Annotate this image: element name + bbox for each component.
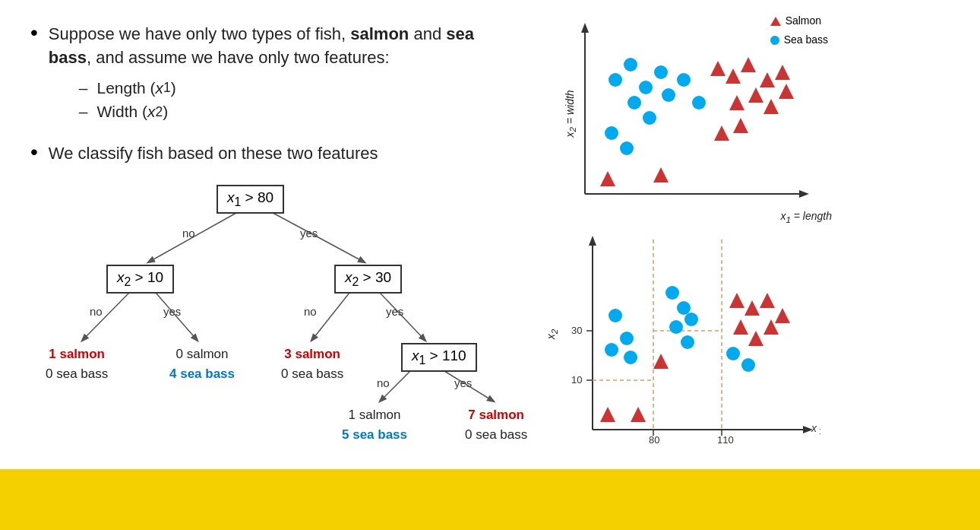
svg-marker-35 (600, 171, 615, 186)
sub-bullets: Length (x1) Width (x2) (79, 76, 509, 124)
svg-text:10: 10 (571, 374, 582, 386)
bullet-text-2: We classify fish based on these two feat… (49, 142, 378, 166)
svg-marker-70 (775, 308, 790, 323)
leaf5-seabass: 0 sea bass (465, 425, 527, 445)
root-node: x1 > 80 (217, 185, 284, 214)
leaf-4: 1 salmon 5 sea bass (342, 405, 407, 444)
svg-point-58 (624, 351, 637, 364)
svg-point-61 (684, 313, 698, 326)
svg-point-22 (620, 141, 634, 155)
svg-marker-28 (729, 95, 744, 110)
svg-point-14 (639, 81, 653, 94)
edge-label-yes2: yes (163, 305, 181, 318)
svg-point-16 (628, 96, 641, 109)
svg-marker-67 (729, 293, 744, 308)
decision-tree: x1 > 80 x2 > 10 x2 > 30 x1 > 110 no yes … (30, 177, 532, 428)
svg-marker-29 (748, 87, 763, 103)
svg-marker-64 (600, 407, 615, 422)
svg-marker-27 (775, 65, 790, 80)
edge-label-yes1: yes (300, 227, 318, 240)
svg-point-20 (692, 96, 706, 109)
chart2-y-label: x2 (545, 329, 559, 339)
svg-marker-32 (714, 125, 729, 141)
svg-marker-39 (589, 236, 596, 246)
svg-marker-71 (733, 319, 748, 335)
svg-marker-23 (710, 61, 726, 76)
svg-text:x: x (811, 422, 817, 434)
svg-marker-30 (763, 99, 779, 114)
leaf-3: 3 salmon 0 sea bass (281, 344, 343, 383)
svg-text:110: 110 (717, 434, 734, 446)
svg-marker-36 (653, 167, 669, 182)
svg-point-12 (609, 73, 622, 87)
svg-text:80: 80 (649, 434, 659, 446)
chart1-container: Salmon Sea bass x2 = width (547, 8, 836, 228)
svg-marker-25 (741, 57, 756, 72)
leaf-5: 7 salmon 0 sea bass (465, 405, 527, 444)
edge-label-yes4: yes (454, 376, 472, 389)
leaf-2: 0 salmon 4 sea bass (169, 344, 235, 383)
edge-label-no3: no (304, 305, 317, 318)
tree-svg (30, 177, 532, 428)
svg-point-60 (677, 301, 691, 315)
sub-bullet-length: Length (x1) (79, 76, 509, 100)
edge-label-no1: no (182, 227, 195, 240)
svg-marker-65 (631, 407, 646, 422)
svg-point-18 (662, 88, 675, 102)
left-child-node: x2 > 10 (106, 265, 174, 294)
leaf1-seabass: 0 sea bass (46, 364, 108, 384)
chart2-container: x2 (547, 228, 836, 464)
svg-point-63 (681, 335, 694, 349)
svg-text:1: 1 (819, 427, 820, 436)
svg-marker-11 (799, 190, 809, 198)
svg-point-21 (605, 126, 618, 140)
right-grandchild-node: x1 > 110 (401, 343, 477, 372)
svg-point-19 (677, 73, 691, 87)
leaf3-salmon: 3 salmon (281, 344, 343, 364)
svg-marker-66 (653, 354, 669, 369)
svg-point-13 (624, 58, 637, 71)
bullet-item-1: • Suppose we have only two types of fish… (30, 23, 509, 130)
svg-text:30: 30 (571, 325, 582, 336)
svg-marker-24 (726, 68, 741, 84)
leaf4-seabass: 5 sea bass (342, 425, 407, 445)
leaf1-salmon: 1 salmon (46, 344, 108, 364)
leaf-1: 1 salmon 0 sea bass (46, 344, 108, 383)
right-panel: Salmon Sea bass x2 = width (532, 0, 980, 530)
svg-point-56 (620, 332, 634, 345)
svg-marker-69 (760, 293, 775, 308)
main-content: • Suppose we have only two types of fish… (0, 0, 980, 530)
bullet-dot-1: • (30, 20, 38, 46)
svg-line-4 (311, 293, 349, 341)
svg-marker-73 (748, 331, 763, 346)
chart1-svg (570, 19, 813, 217)
svg-point-75 (741, 358, 755, 372)
bullet-dot-2: • (30, 139, 38, 165)
svg-line-0 (148, 209, 243, 262)
edge-label-no2: no (90, 305, 103, 318)
leaf4-salmon: 1 salmon (342, 405, 407, 425)
leaf5-salmon: 7 salmon (465, 405, 527, 425)
svg-point-57 (605, 343, 618, 357)
svg-marker-33 (733, 118, 748, 133)
bullet-text-1: Suppose we have only two types of fish, … (49, 23, 509, 70)
svg-point-15 (654, 65, 668, 79)
edge-label-no4: no (377, 376, 390, 389)
right-child-node: x2 > 30 (334, 265, 402, 294)
svg-point-59 (665, 286, 679, 300)
svg-point-62 (669, 320, 683, 334)
chart1-x-label: x1 = length (780, 210, 832, 224)
left-panel: • Suppose we have only two types of fish… (0, 0, 532, 530)
leaf2-salmon: 0 salmon (169, 344, 235, 364)
leaf2-seabass: 4 sea bass (169, 364, 235, 384)
svg-marker-26 (760, 72, 775, 87)
edge-label-yes3: yes (386, 305, 403, 318)
leaf3-seabass: 0 sea bass (281, 364, 343, 384)
svg-point-17 (643, 111, 656, 125)
bullet-item-2: • We classify fish based on these two fe… (30, 142, 509, 166)
svg-marker-31 (779, 84, 794, 99)
svg-marker-68 (744, 300, 760, 316)
svg-point-74 (726, 347, 740, 360)
svg-marker-10 (581, 23, 589, 33)
chart2-svg: 80 110 10 30 x 1 (570, 232, 820, 456)
